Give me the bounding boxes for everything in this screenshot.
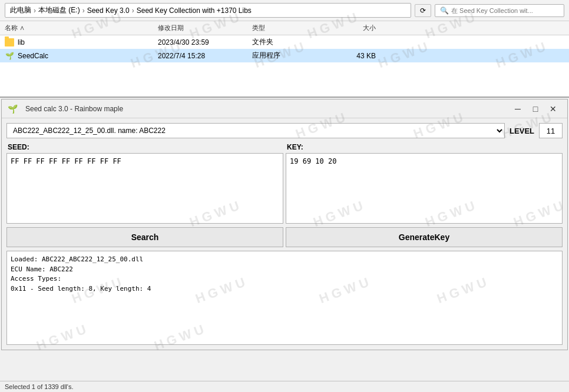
- col-header-type: 类型: [252, 24, 329, 32]
- maximize-button[interactable]: □: [527, 103, 544, 115]
- breadcrumb-part-0: 此电脑: [10, 5, 31, 15]
- log-line-0: Loaded: ABC222_ABC222_12_25_00.dll: [11, 255, 558, 265]
- explorer-bar: 此电脑 › 本地磁盘 (E:) › Seed Key 3.0 › Seed Ke…: [0, 0, 569, 21]
- close-button[interactable]: ✕: [545, 103, 561, 115]
- dll-select[interactable]: ABC222_ABC222_12_25_00.dll. name: ABC222: [6, 123, 505, 138]
- key-label: KEY:: [286, 143, 563, 151]
- key-textarea[interactable]: [286, 153, 563, 224]
- breadcrumb-part-3: Seed Key Collection with +1370 Libs: [137, 6, 252, 15]
- sep-1: ›: [82, 6, 85, 15]
- file-name-seedcalc: SeedCalc: [18, 52, 48, 60]
- breadcrumb-part-2: Seed Key 3.0: [87, 6, 130, 15]
- folder-icon: [5, 38, 14, 46]
- file-list-header: 名称 ∧ 修改日期 类型 大小: [0, 21, 569, 35]
- app-icon: 🌱: [8, 104, 17, 114]
- file-type-seedcalc: 应用程序: [252, 51, 329, 61]
- log-area: Loaded: ABC222_ABC222_12_25_00.dll ECU N…: [6, 251, 563, 345]
- seed-panel: SEED:: [6, 143, 283, 224]
- file-date-lib: 2023/4/30 23:59: [158, 38, 252, 46]
- log-line-2: Access Types:: [11, 274, 558, 284]
- breadcrumb[interactable]: 此电脑 › 本地磁盘 (E:) › Seed Key 3.0 › Seed Ke…: [5, 3, 411, 18]
- exe-icon: 🌱: [5, 51, 14, 61]
- search-button[interactable]: Search: [6, 227, 283, 247]
- file-list-area: 名称 ∧ 修改日期 类型 大小 lib 2023/4/30 23:59 文件夹 …: [0, 21, 569, 98]
- col-header-name: 名称 ∧: [5, 24, 158, 32]
- app-window: 🌱 Seed calc 3.0 - Rainbow maple ─ □ ✕ AB…: [1, 99, 568, 350]
- file-size-seedcalc: 43 KB: [329, 52, 376, 60]
- log-line-3: 0x11 - Seed length: 8, Key length: 4: [11, 284, 558, 294]
- level-label: LEVEL: [510, 127, 534, 135]
- col-header-size: 大小: [329, 24, 376, 32]
- app-content: ABC222_ABC222_12_25_00.dll. name: ABC222…: [2, 118, 567, 350]
- refresh-button[interactable]: ⟳: [415, 4, 431, 17]
- file-row-seedcalc[interactable]: 🌱 SeedCalc 2022/7/4 15:28 应用程序 43 KB: [0, 49, 569, 62]
- explorer-search[interactable]: 🔍: [435, 4, 564, 17]
- seed-label: SEED:: [6, 143, 283, 151]
- dll-row: ABC222_ABC222_12_25_00.dll. name: ABC222…: [6, 123, 563, 138]
- title-bar: 🌱 Seed calc 3.0 - Rainbow maple ─ □ ✕: [2, 99, 567, 118]
- breadcrumb-part-1: 本地磁盘 (E:): [38, 5, 80, 15]
- app-title: Seed calc 3.0 - Rainbow maple: [25, 105, 123, 113]
- buttons-row: Search GenerateKey: [6, 227, 563, 247]
- file-name-lib: lib: [18, 38, 25, 46]
- log-line-1: ECU Name: ABC222: [11, 265, 558, 275]
- status-bar: Selected 1 of 1339 dll's.: [0, 381, 569, 392]
- status-text: Selected 1 of 1339 dll's.: [5, 383, 73, 390]
- file-date-seedcalc: 2022/7/4 15:28: [158, 52, 252, 60]
- generate-key-button[interactable]: GenerateKey: [286, 227, 563, 247]
- search-icon: 🔍: [440, 6, 449, 15]
- minimize-button[interactable]: ─: [510, 103, 526, 115]
- col-header-date: 修改日期: [158, 24, 252, 32]
- key-panel: KEY:: [286, 143, 563, 224]
- sep-2: ›: [132, 6, 134, 15]
- seed-textarea[interactable]: [6, 153, 283, 224]
- file-row-lib[interactable]: lib 2023/4/30 23:59 文件夹: [0, 35, 569, 49]
- level-input[interactable]: [539, 123, 563, 138]
- sep-0: ›: [34, 6, 36, 15]
- explorer-search-input[interactable]: [451, 7, 559, 14]
- panels-row: SEED: KEY:: [6, 143, 563, 224]
- file-type-lib: 文件夹: [252, 37, 329, 47]
